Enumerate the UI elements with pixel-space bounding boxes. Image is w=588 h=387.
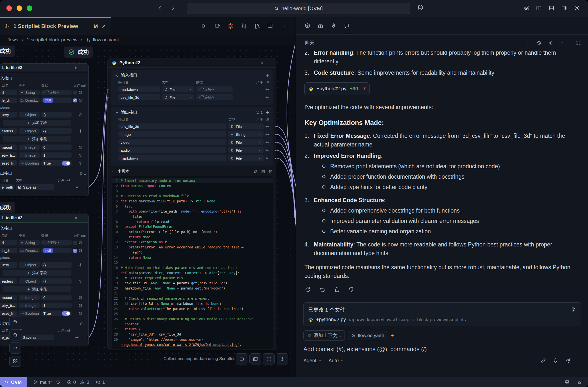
send-icon[interactable] — [565, 358, 571, 364]
close-window-button[interactable] — [6, 5, 12, 11]
param-value-field[interactable]: True — [41, 160, 72, 166]
add-field-button[interactable]: 添加字段 — [3, 286, 71, 292]
chat-input[interactable]: Add context (#), extensions (@), command… — [303, 346, 581, 353]
tab-scriptlet-block-preview[interactable]: 1 Scriptlet Block Preview M — [0, 17, 111, 35]
tab-marketplace[interactable] — [318, 17, 323, 34]
tab-chat[interactable] — [344, 17, 350, 34]
rerun-icon[interactable] — [214, 23, 220, 29]
allow-null-checkbox[interactable] — [73, 249, 77, 253]
param-settings-icon[interactable] — [78, 241, 82, 245]
regenerate-icon[interactable] — [304, 286, 311, 293]
run-flow-icon[interactable] — [201, 23, 207, 29]
settings-gear-icon[interactable] — [574, 5, 580, 11]
output-name-field[interactable]: audio — [118, 147, 226, 153]
node-menu-icon[interactable] — [268, 61, 272, 65]
output-type-dropdown[interactable]: File — [228, 139, 264, 145]
boolean-toggle[interactable] — [62, 161, 70, 166]
minimap-button[interactable] — [249, 353, 261, 364]
allow-null-checkbox[interactable] — [73, 91, 77, 95]
input-port[interactable] — [107, 88, 109, 91]
output-port[interactable] — [275, 133, 276, 136]
input-settings-icon[interactable] — [265, 87, 269, 92]
code-editor[interactable]: 1# Import necessary module from oocana2f… — [112, 176, 273, 349]
node-header[interactable]: L to file #3 — [0, 64, 88, 72]
microphone-icon[interactable] — [553, 358, 558, 363]
param-settings-icon[interactable] — [78, 311, 82, 315]
output-name-field[interactable]: e_path — [0, 184, 14, 190]
add-field-button[interactable]: 添加字段 — [3, 120, 71, 126]
param-settings-icon[interactable] — [78, 90, 82, 95]
param-type-field[interactable]: { }Object — [19, 128, 40, 134]
input-settings-icon[interactable] — [265, 95, 269, 99]
output-port[interactable] — [275, 157, 276, 160]
param-value-field[interactable]: <已连接> — [41, 90, 72, 95]
more-actions-icon[interactable] — [280, 23, 286, 29]
split-columns-icon[interactable] — [536, 5, 542, 11]
input-name-field[interactable]: csv_file_3d — [118, 94, 160, 100]
param-value-field[interactable]: <已连接> — [41, 240, 72, 245]
output-settings-icon[interactable] — [75, 185, 79, 189]
param-type-field[interactable]: Direct... — [19, 248, 40, 253]
add-output-icon[interactable] — [266, 110, 270, 115]
param-settings-icon[interactable] — [78, 263, 82, 267]
chat-settings-icon[interactable] — [548, 40, 553, 46]
param-name-field[interactable]: etry_ti... — [0, 303, 17, 308]
input-value-field[interactable]: <已连接> — [196, 86, 233, 92]
allow-null-checkbox[interactable] — [73, 98, 77, 102]
agent-mode-dropdown[interactable]: Agent — [303, 358, 321, 363]
output-settings-icon[interactable] — [265, 156, 269, 160]
output-name-field[interactable]: video — [118, 139, 226, 145]
param-type-field[interactable]: { }Object — [19, 262, 40, 268]
back-icon[interactable] — [157, 5, 163, 11]
param-settings-icon[interactable] — [78, 248, 82, 253]
output-settings-icon[interactable] — [265, 148, 269, 152]
flow-canvas[interactable]: 成功 成功 成功 L to file #3入接口口名类型数据允许 nullrlS… — [0, 45, 296, 377]
param-settings-icon[interactable] — [78, 161, 82, 165]
output-type-dropdown[interactable]: String — [228, 131, 264, 137]
minimize-window-button[interactable] — [17, 5, 22, 11]
changed-files-card[interactable]: 已更改 1 个文件 +python#2.py /app/workspace/fl… — [303, 302, 581, 326]
changed-file-row[interactable]: +python#2.py /app/workspace/flows/1-scri… — [308, 317, 576, 322]
close-tab-icon[interactable] — [101, 24, 106, 29]
node-python-2[interactable]: Python #2 输入接口 接口名 — [107, 58, 276, 350]
output-settings-icon[interactable] — [265, 140, 269, 145]
remote-indicator[interactable]: OVM — [0, 377, 27, 387]
output-port[interactable] — [87, 186, 89, 189]
param-value-field[interactable]: null — [41, 97, 72, 103]
param-value-field[interactable]: 0 — [41, 295, 72, 300]
frame-view-button[interactable] — [236, 353, 247, 364]
param-type-field[interactable]: Direct... — [19, 97, 40, 103]
tab-packages[interactable] — [304, 17, 310, 34]
output-type-field[interactable]: Save as — [16, 335, 54, 340]
panel-right-icon[interactable] — [561, 5, 567, 11]
zoom-in-button[interactable] — [9, 316, 21, 327]
output-type-dropdown[interactable]: File — [228, 123, 264, 129]
node-header[interactable]: L to file #2 — [0, 214, 88, 222]
blocks-layout-icon[interactable] — [523, 5, 529, 11]
output-name-field[interactable]: markdown — [118, 155, 226, 161]
forward-icon[interactable] — [169, 5, 176, 11]
param-type-field[interactable]: { }Object — [19, 278, 40, 284]
thumbs-up-icon[interactable] — [334, 286, 340, 293]
param-name-field[interactable]: eaders — [0, 278, 17, 284]
param-value-field[interactable]: {} — [41, 128, 72, 134]
param-type-field[interactable]: Boolean — [19, 160, 40, 166]
thumbs-down-icon[interactable] — [348, 286, 355, 293]
zoom-out-button[interactable] — [9, 329, 21, 340]
git-branch-item[interactable]: main* — [33, 380, 60, 385]
param-value-field[interactable]: {} — [41, 278, 72, 284]
problems-item[interactable]: 0 0 — [67, 380, 89, 385]
file-diff-chip[interactable]: +python#2.py+30-7 — [304, 82, 370, 95]
param-name-field[interactable]: etry_ti... — [0, 152, 17, 158]
param-value-field[interactable]: True — [41, 311, 72, 316]
breadcrumb-file[interactable]: flow.oo.yaml — [86, 37, 119, 43]
layout-button[interactable] — [9, 356, 21, 367]
output-type-dropdown[interactable]: File — [228, 155, 264, 161]
expand-chat-icon[interactable] — [576, 40, 581, 46]
mascot-icon[interactable] — [564, 379, 570, 385]
param-type-field[interactable]: String — [19, 90, 40, 95]
breadcrumb-flows[interactable]: flows — [7, 37, 18, 43]
input-value-field[interactable]: <已连接> — [196, 94, 233, 100]
output-settings-icon[interactable] — [265, 132, 269, 137]
model-dropdown[interactable]: Auto — [328, 358, 344, 363]
